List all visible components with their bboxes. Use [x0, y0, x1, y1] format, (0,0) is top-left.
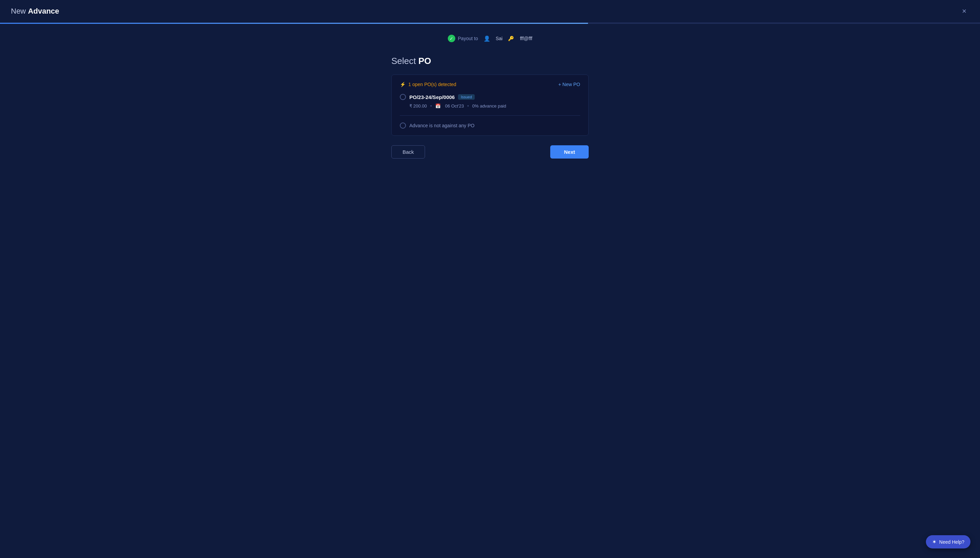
- po-item-header: PO/23-24/Sep/0006 Issued: [400, 94, 580, 100]
- key-icon: 🔑: [508, 36, 514, 41]
- modal-title: New Advance: [11, 7, 59, 16]
- modal-body: ✓ Payout to 👤 Sai 🔑 fff@fff Select PO ⚡ …: [0, 24, 980, 558]
- po-list-item: PO/23-24/Sep/0006 Issued ₹ 200.00 • 📅 06…: [400, 94, 580, 116]
- no-po-radio-button[interactable]: [400, 123, 406, 129]
- new-po-button[interactable]: + New PO: [558, 82, 580, 87]
- step-check-icon: ✓: [448, 35, 455, 42]
- po-id: PO/23-24/Sep/0006: [409, 94, 455, 100]
- no-po-label: Advance is not against any PO: [409, 123, 474, 128]
- lightning-icon: ⚡: [400, 82, 405, 87]
- next-button[interactable]: Next: [550, 145, 589, 159]
- step-user-key: fff@fff: [520, 36, 532, 41]
- close-button[interactable]: ×: [959, 6, 969, 16]
- po-badge: Issued: [458, 94, 474, 100]
- back-button[interactable]: Back: [391, 145, 425, 159]
- calendar-icon: 📅: [435, 103, 441, 108]
- select-po-section: Select PO ⚡ 1 open PO(s) detected + New …: [391, 56, 589, 159]
- user-icon: 👤: [484, 35, 490, 42]
- po-card-header: ⚡ 1 open PO(s) detected + New PO: [400, 82, 580, 87]
- modal-footer: Back Next: [391, 145, 589, 159]
- step-payout-label: Payout to: [458, 36, 478, 41]
- need-help-button[interactable]: ✶ Need Help?: [926, 535, 970, 548]
- po-details: ₹ 200.00 • 📅 06 Oct'23 • 0% advance paid: [400, 103, 580, 108]
- po-date: 06 Oct'23: [445, 103, 464, 108]
- step-indicator: ✓ Payout to 👤 Sai 🔑 fff@fff: [448, 35, 532, 42]
- help-icon: ✶: [932, 538, 936, 545]
- po-advance-paid: 0% advance paid: [472, 103, 506, 108]
- section-title: Select PO: [391, 56, 589, 66]
- step-payout-to: ✓ Payout to: [448, 35, 478, 42]
- po-amount: ₹ 200.00: [409, 103, 427, 108]
- need-help-label: Need Help?: [939, 539, 964, 545]
- modal-container: New Advance × ✓ Payout to 👤 Sai 🔑 fff@ff…: [0, 0, 980, 558]
- dot-separator-1: •: [430, 103, 432, 108]
- po-card: ⚡ 1 open PO(s) detected + New PO PO/23-2…: [391, 74, 589, 136]
- modal-header: New Advance ×: [0, 0, 980, 23]
- po-detected-label: ⚡ 1 open PO(s) detected: [400, 82, 456, 87]
- step-user-name: Sai: [496, 36, 502, 41]
- po-radio-button[interactable]: [400, 94, 406, 100]
- dot-separator-2: •: [467, 103, 469, 108]
- no-po-option: Advance is not against any PO: [400, 121, 580, 129]
